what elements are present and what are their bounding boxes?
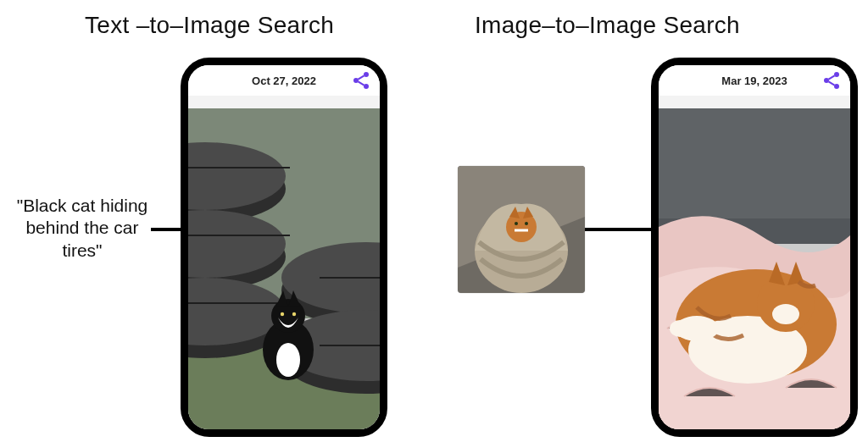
svg-line-43 bbox=[829, 81, 835, 85]
image-query-thumbnail[interactable] bbox=[458, 166, 585, 293]
svg-point-53 bbox=[670, 320, 690, 337]
svg-line-3 bbox=[359, 75, 364, 79]
svg-line-42 bbox=[829, 75, 835, 79]
heading-image-to-image: Image–to–Image Search bbox=[475, 12, 740, 39]
connector-image-to-phone bbox=[585, 228, 654, 231]
phone-right: Mar 19, 2023 bbox=[651, 58, 858, 437]
heading-text-to-image: Text –to–Image Search bbox=[85, 12, 334, 39]
phone-left-strip bbox=[188, 97, 380, 108]
result-image-right[interactable] bbox=[659, 108, 850, 429]
svg-rect-44 bbox=[659, 108, 850, 235]
svg-point-25 bbox=[276, 343, 300, 377]
share-icon[interactable] bbox=[351, 70, 371, 91]
phone-left: Oct 27, 2022 bbox=[181, 58, 387, 437]
svg-point-37 bbox=[515, 222, 518, 225]
phone-left-topbar: Oct 27, 2022 bbox=[188, 65, 380, 97]
phone-left-date: Oct 27, 2022 bbox=[252, 75, 316, 87]
phone-right-strip bbox=[659, 97, 850, 108]
result-image-left[interactable] bbox=[188, 108, 380, 429]
svg-point-38 bbox=[525, 222, 528, 225]
phone-right-topbar: Mar 19, 2023 bbox=[659, 65, 850, 97]
svg-line-4 bbox=[359, 81, 364, 85]
connector-text-to-phone bbox=[151, 228, 185, 231]
svg-point-30 bbox=[292, 312, 296, 316]
svg-point-29 bbox=[281, 312, 284, 316]
phone-right-date: Mar 19, 2023 bbox=[721, 75, 787, 87]
text-query-input[interactable]: "Black cat hiding behind the car tires" bbox=[10, 195, 154, 262]
share-icon[interactable] bbox=[821, 70, 842, 91]
svg-point-51 bbox=[772, 304, 799, 324]
